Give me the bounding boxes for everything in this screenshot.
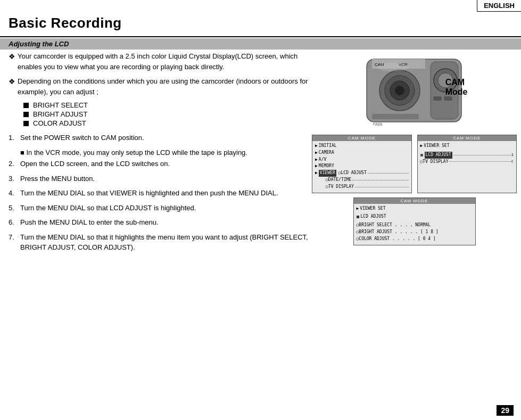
menu-dotted: [355, 187, 409, 187]
menu-box-2: CAM MODE ▶ VIEWER SET LCD ADJUST 1 ○TV D…: [417, 135, 517, 193]
menu-sub-label: ○DATE/TIME: [326, 177, 351, 184]
menu-dotted: [449, 161, 511, 162]
step-sub-text: ■ In the VCR mode, you may only setup th…: [20, 147, 247, 158]
svg-point-5: [395, 86, 404, 95]
menu-row: ▶ VIEWER SET: [420, 143, 514, 150]
menu-row-val: c: [511, 159, 514, 164]
menu-row-label: LCD ADJUST: [425, 152, 452, 159]
step-text: Press the MENU button.: [20, 174, 95, 184]
svg-rect-11: [433, 96, 442, 101]
menu-arrow-icon: ▶: [315, 143, 318, 150]
step-num: 5.: [9, 203, 20, 213]
sub-item-label: BRIGHT ADJUST: [33, 110, 87, 118]
step-num: 3.: [9, 174, 20, 184]
step-text: Turn the MENU DIAL so that LCD ADJUST is…: [20, 203, 196, 213]
menu-arrow-icon: ▶: [420, 143, 423, 150]
svg-text:FADE: FADE: [373, 122, 383, 126]
page-number: 29: [497, 405, 514, 416]
step-1: 1. Set the POWER switch to CAM position.…: [9, 133, 309, 158]
menu-box-1-title: CAM MODE: [312, 135, 411, 141]
menu-row-label: CAMERA: [319, 150, 334, 157]
sub-item-label: COLOR ADJUST: [33, 119, 86, 127]
menu-row: ▶ MEMORY: [315, 163, 409, 170]
page-title: Basic Recording: [9, 15, 122, 31]
menu-row: ○BRIGHT ADJUST . . . . . [ 1 8 ]: [357, 229, 473, 236]
menu-sub-label: ○TV DISPLAY: [326, 184, 354, 191]
menu-screens: CAM MODE ▶ INITIAL ▶ CAMERA ▶ A/V ▶ MEMO…: [312, 135, 517, 193]
step-3: 3. Press the MENU button.: [9, 174, 309, 184]
menu-sub-label: ○TV DISPLAY: [420, 159, 449, 166]
para2-text: Depending on the conditions under which …: [18, 76, 309, 97]
step-5: 5. Turn the MENU DIAL so that LCD ADJUST…: [9, 203, 309, 213]
menu-row: ○COLOR ADJUST . . . . . [ 0 4 ]: [357, 236, 473, 243]
cam-mode-label: CAMMode: [445, 78, 468, 97]
right-panel: CAM VCR FADE CAMMode CAM MODE: [312, 51, 517, 245]
menu-row-label: LCD ADJUST: [361, 213, 386, 220]
step-4: 4. Turn the MENU DIAL so that VIEWER is …: [9, 188, 309, 199]
step-num: 1.: [9, 133, 20, 143]
menu-row-label: MEMORY: [319, 163, 334, 170]
menu-row-label: VIEWER: [319, 170, 336, 177]
bullet-2: ❖: [9, 76, 15, 87]
menu-sq-icon: [357, 216, 359, 218]
bullet-square: [23, 103, 29, 108]
list-item: BRIGHT SELECT: [23, 101, 309, 109]
menu-sub-label: ○BRIGHT SELECT . . . . NORMAL: [357, 222, 431, 229]
menu-arrow-icon: ▶: [315, 170, 318, 177]
menu-arrow-icon: ▶: [357, 205, 359, 212]
menu-row-label: INITIAL: [319, 143, 337, 150]
menu-box-3-title: CAM MODE: [354, 198, 475, 204]
menu-sub-label: ○BRIGHT ADJUST . . . . . [ 1 8 ]: [357, 229, 439, 236]
svg-point-14: [377, 63, 409, 71]
menu-dotted: [368, 173, 409, 174]
cam-device-container: CAM VCR FADE CAMMode: [312, 51, 517, 131]
step-text: Turn the MENU DIAL so that it highlights…: [20, 232, 309, 253]
step-1-sub: ■ In the VCR mode, you may only setup th…: [20, 147, 309, 158]
step-7: 7. Turn the MENU DIAL so that it highlig…: [9, 232, 309, 253]
menu-row: ○BRIGHT SELECT . . . . NORMAL: [357, 222, 473, 229]
menu-row: ▶ CAMERA: [315, 150, 409, 157]
sub-item-label: BRIGHT SELECT: [33, 101, 88, 109]
bullet-square: [23, 112, 29, 117]
step-num: 6.: [9, 217, 20, 228]
step-num: 7.: [9, 232, 20, 243]
step-num: 2.: [9, 159, 20, 169]
bullet-square: [23, 121, 29, 126]
list-item: BRIGHT ADJUST: [23, 110, 309, 118]
step-text: Set the POWER switch to CAM position.: [20, 133, 144, 143]
section-header: Adjusting the LCD: [0, 38, 521, 50]
step-2: 2. Open the LCD screen, and the LCD swit…: [9, 159, 309, 169]
list-item: COLOR ADJUST: [23, 119, 309, 127]
menu-row: ▶ VIEWER SET: [357, 205, 473, 212]
step-num: 4.: [9, 188, 20, 199]
menu-row: ○TV DISPLAY c: [420, 159, 514, 166]
menu-arrow-icon: ▶: [315, 163, 318, 170]
menu-sq-icon: [420, 154, 423, 157]
menu-row: ▶ INITIAL: [315, 143, 409, 150]
menu-arrow-icon: ▶: [315, 157, 318, 163]
para1-text: Your camcorder is equipped with a 2.5 in…: [18, 51, 309, 72]
sub-list: BRIGHT SELECT BRIGHT ADJUST COLOR ADJUST: [23, 101, 309, 127]
menu-row-label: VIEWER SET: [360, 205, 385, 212]
menu-row: LCD ADJUST 1: [420, 152, 514, 159]
bullet-1: ❖: [9, 51, 15, 62]
menu-box-1: CAM MODE ▶ INITIAL ▶ CAMERA ▶ A/V ▶ MEMO…: [312, 135, 412, 193]
paragraph-1: ❖ Your camcorder is equipped with a 2.5 …: [9, 51, 309, 72]
menu-row: ○TV DISPLAY: [315, 184, 409, 191]
menu-sub-label: ○COLOR ADJUST . . . . . [ 0 4 ]: [357, 236, 436, 243]
menu-row-highlighted: ▶ VIEWER ○LCD ADJUST: [315, 170, 409, 177]
english-badge: ENGLISH: [477, 0, 521, 12]
step-6: 6. Push the MENU DIAL to enter the sub-m…: [9, 217, 309, 228]
menu-box-2-title: CAM MODE: [418, 135, 517, 141]
menu-box-3: CAM MODE ▶ VIEWER SET LCD ADJUST ○BRIGHT…: [353, 197, 476, 245]
menu-dotted: [453, 155, 511, 155]
step-text: Turn the MENU DIAL so that VIEWER is hig…: [20, 188, 278, 199]
menu-dotted: [352, 180, 408, 180]
step-text: Push the MENU DIAL to enter the sub-menu…: [20, 217, 159, 228]
step-text: Open the LCD screen, and the LCD switche…: [20, 159, 170, 169]
menu-row: ▶ A/V: [315, 157, 409, 163]
menu-arrow-icon: ▶: [315, 150, 318, 157]
steps-list: 1. Set the POWER switch to CAM position.…: [9, 133, 309, 253]
menu-row: LCD ADJUST: [357, 213, 473, 220]
menu-row: ○DATE/TIME: [315, 177, 409, 184]
